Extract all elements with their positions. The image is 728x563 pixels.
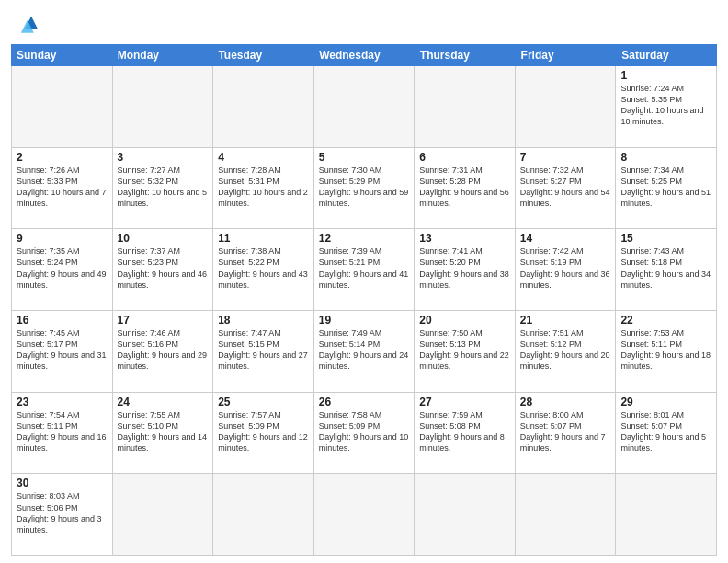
day-number: 27 xyxy=(419,396,510,408)
day-info: Sunrise: 7:41 AM Sunset: 5:20 PM Dayligh… xyxy=(419,246,510,291)
day-info: Sunrise: 7:30 AM Sunset: 5:29 PM Dayligh… xyxy=(319,165,410,210)
day-info: Sunrise: 7:38 AM Sunset: 5:22 PM Dayligh… xyxy=(218,246,309,291)
day-header-monday: Monday xyxy=(112,44,213,66)
day-info: Sunrise: 7:54 AM Sunset: 5:11 PM Dayligh… xyxy=(17,409,108,454)
day-cell: 20Sunrise: 7:50 AM Sunset: 5:13 PM Dayli… xyxy=(415,311,516,392)
day-cell: 3Sunrise: 7:27 AM Sunset: 5:32 PM Daylig… xyxy=(113,148,214,229)
day-cell xyxy=(113,474,214,555)
day-number: 14 xyxy=(520,232,611,245)
day-info: Sunrise: 8:03 AM Sunset: 5:06 PM Dayligh… xyxy=(17,490,108,535)
day-number: 29 xyxy=(620,396,711,408)
day-cell: 12Sunrise: 7:39 AM Sunset: 5:21 PM Dayli… xyxy=(314,229,415,310)
day-cell: 6Sunrise: 7:31 AM Sunset: 5:28 PM Daylig… xyxy=(415,148,516,229)
day-number: 13 xyxy=(419,232,510,245)
day-number: 16 xyxy=(17,314,108,327)
week-row-5: 30Sunrise: 8:03 AM Sunset: 5:06 PM Dayli… xyxy=(12,474,717,556)
day-cell: 14Sunrise: 7:42 AM Sunset: 5:19 PM Dayli… xyxy=(516,229,617,310)
day-info: Sunrise: 7:24 AM Sunset: 5:35 PM Dayligh… xyxy=(620,83,711,128)
week-row-2: 9Sunrise: 7:35 AM Sunset: 5:24 PM Daylig… xyxy=(12,229,717,311)
day-number: 22 xyxy=(620,314,711,327)
day-cell: 18Sunrise: 7:47 AM Sunset: 5:15 PM Dayli… xyxy=(213,311,314,392)
day-cell xyxy=(314,474,415,555)
week-row-0: 1Sunrise: 7:24 AM Sunset: 5:35 PM Daylig… xyxy=(12,66,717,148)
day-cell: 15Sunrise: 7:43 AM Sunset: 5:18 PM Dayli… xyxy=(616,229,717,310)
day-number: 12 xyxy=(319,232,410,245)
day-cell xyxy=(415,474,516,555)
week-row-3: 16Sunrise: 7:45 AM Sunset: 5:17 PM Dayli… xyxy=(12,311,717,393)
page: SundayMondayTuesdayWednesdayThursdayFrid… xyxy=(0,0,728,563)
day-cell xyxy=(12,66,113,147)
day-header-thursday: Thursday xyxy=(415,44,516,66)
day-number: 18 xyxy=(218,314,309,327)
day-cell: 17Sunrise: 7:46 AM Sunset: 5:16 PM Dayli… xyxy=(113,311,214,392)
day-cell: 19Sunrise: 7:49 AM Sunset: 5:14 PM Dayli… xyxy=(314,311,415,392)
day-cell: 7Sunrise: 7:32 AM Sunset: 5:27 PM Daylig… xyxy=(516,148,617,229)
day-header-saturday: Saturday xyxy=(616,44,717,66)
day-info: Sunrise: 7:49 AM Sunset: 5:14 PM Dayligh… xyxy=(319,327,410,373)
day-cell xyxy=(415,66,516,147)
day-number: 25 xyxy=(218,396,309,408)
day-cell: 11Sunrise: 7:38 AM Sunset: 5:22 PM Dayli… xyxy=(213,229,314,310)
day-info: Sunrise: 7:37 AM Sunset: 5:23 PM Dayligh… xyxy=(118,246,209,291)
day-cell: 5Sunrise: 7:30 AM Sunset: 5:29 PM Daylig… xyxy=(314,148,415,229)
day-cell: 2Sunrise: 7:26 AM Sunset: 5:33 PM Daylig… xyxy=(12,148,113,229)
day-number: 5 xyxy=(319,151,410,164)
day-cell: 23Sunrise: 7:54 AM Sunset: 5:11 PM Dayli… xyxy=(12,393,113,474)
day-number: 19 xyxy=(319,314,410,327)
day-cell: 30Sunrise: 8:03 AM Sunset: 5:06 PM Dayli… xyxy=(12,474,113,555)
day-cell: 9Sunrise: 7:35 AM Sunset: 5:24 PM Daylig… xyxy=(12,229,113,310)
day-number: 4 xyxy=(218,151,309,164)
day-info: Sunrise: 7:27 AM Sunset: 5:32 PM Dayligh… xyxy=(118,165,209,210)
day-info: Sunrise: 8:00 AM Sunset: 5:07 PM Dayligh… xyxy=(520,409,611,454)
day-header-friday: Friday xyxy=(516,44,617,66)
day-info: Sunrise: 7:34 AM Sunset: 5:25 PM Dayligh… xyxy=(620,165,711,210)
day-info: Sunrise: 7:50 AM Sunset: 5:13 PM Dayligh… xyxy=(419,327,510,373)
day-number: 15 xyxy=(620,232,711,245)
day-header-sunday: Sunday xyxy=(11,44,112,66)
day-number: 2 xyxy=(17,151,108,164)
day-info: Sunrise: 7:42 AM Sunset: 5:19 PM Dayligh… xyxy=(520,246,611,291)
day-cell xyxy=(213,66,314,147)
day-cell: 25Sunrise: 7:57 AM Sunset: 5:09 PM Dayli… xyxy=(213,393,314,474)
day-info: Sunrise: 7:39 AM Sunset: 5:21 PM Dayligh… xyxy=(319,246,410,291)
day-number: 30 xyxy=(17,477,108,489)
day-cell: 29Sunrise: 8:01 AM Sunset: 5:07 PM Dayli… xyxy=(616,393,717,474)
day-cell: 27Sunrise: 7:59 AM Sunset: 5:08 PM Dayli… xyxy=(415,393,516,474)
day-cell xyxy=(113,66,214,147)
day-cell: 21Sunrise: 7:51 AM Sunset: 5:12 PM Dayli… xyxy=(516,311,617,392)
day-info: Sunrise: 7:47 AM Sunset: 5:15 PM Dayligh… xyxy=(218,327,309,373)
day-cell: 8Sunrise: 7:34 AM Sunset: 5:25 PM Daylig… xyxy=(616,148,717,229)
weeks: 1Sunrise: 7:24 AM Sunset: 5:35 PM Daylig… xyxy=(11,66,717,556)
day-number: 11 xyxy=(218,232,309,245)
day-info: Sunrise: 7:55 AM Sunset: 5:10 PM Dayligh… xyxy=(118,409,209,454)
day-cell: 13Sunrise: 7:41 AM Sunset: 5:20 PM Dayli… xyxy=(415,229,516,310)
day-cell: 28Sunrise: 8:00 AM Sunset: 5:07 PM Dayli… xyxy=(516,393,617,474)
day-number: 28 xyxy=(520,396,611,408)
day-number: 9 xyxy=(17,232,108,245)
day-cell: 4Sunrise: 7:28 AM Sunset: 5:31 PM Daylig… xyxy=(213,148,314,229)
day-cell xyxy=(213,474,314,555)
day-cell: 16Sunrise: 7:45 AM Sunset: 5:17 PM Dayli… xyxy=(12,311,113,392)
day-cell: 24Sunrise: 7:55 AM Sunset: 5:10 PM Dayli… xyxy=(113,393,214,474)
day-info: Sunrise: 7:59 AM Sunset: 5:08 PM Dayligh… xyxy=(419,409,510,454)
day-info: Sunrise: 7:51 AM Sunset: 5:12 PM Dayligh… xyxy=(520,327,611,373)
day-info: Sunrise: 7:45 AM Sunset: 5:17 PM Dayligh… xyxy=(17,327,108,373)
day-number: 23 xyxy=(17,396,108,408)
day-info: Sunrise: 7:26 AM Sunset: 5:33 PM Dayligh… xyxy=(17,165,108,210)
day-cell xyxy=(516,474,617,555)
day-info: Sunrise: 8:01 AM Sunset: 5:07 PM Dayligh… xyxy=(620,409,711,454)
day-info: Sunrise: 7:58 AM Sunset: 5:09 PM Dayligh… xyxy=(319,409,410,454)
day-cell: 26Sunrise: 7:58 AM Sunset: 5:09 PM Dayli… xyxy=(314,393,415,474)
week-row-4: 23Sunrise: 7:54 AM Sunset: 5:11 PM Dayli… xyxy=(12,393,717,475)
day-number: 26 xyxy=(319,396,410,408)
day-cell xyxy=(516,66,617,147)
day-header-tuesday: Tuesday xyxy=(212,44,313,66)
day-cell: 22Sunrise: 7:53 AM Sunset: 5:11 PM Dayli… xyxy=(616,311,717,392)
day-info: Sunrise: 7:31 AM Sunset: 5:28 PM Dayligh… xyxy=(419,165,510,210)
day-number: 8 xyxy=(620,151,711,164)
logo-icon xyxy=(18,11,44,37)
day-info: Sunrise: 7:53 AM Sunset: 5:11 PM Dayligh… xyxy=(620,327,711,373)
day-number: 10 xyxy=(118,232,209,245)
day-number: 21 xyxy=(520,314,611,327)
day-header-wednesday: Wednesday xyxy=(313,44,415,66)
